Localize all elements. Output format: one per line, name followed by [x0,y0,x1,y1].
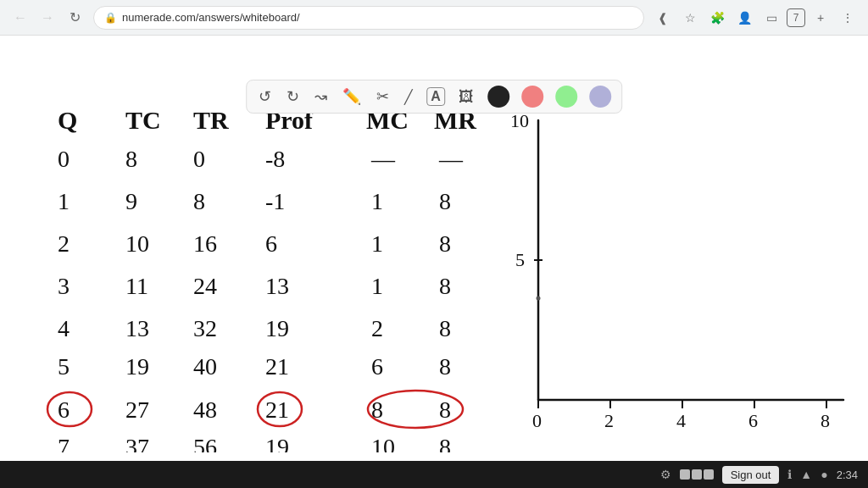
color-green[interactable] [555,86,577,108]
color-pink[interactable] [521,86,543,108]
svg-text:8: 8 [821,410,830,431]
svg-text:7: 7 [58,434,70,452]
svg-text:5: 5 [58,353,70,380]
image-tool[interactable]: 🖼 [457,86,476,108]
svg-text:4: 4 [58,315,70,341]
sign-out-button[interactable]: Sign out [722,466,780,484]
svg-text:8: 8 [193,188,205,214]
svg-text:2: 2 [604,410,614,431]
svg-text:21: 21 [265,396,289,423]
whiteboard: ↺ ↻ ↝ ✏️ ✂ ╱ A 🖼 Q TC TR Prof MC MR 0 8 … [0,36,868,452]
battery-seg-1 [680,469,690,480]
share-button[interactable]: ❰ [651,6,675,30]
signal-icon: ● [821,468,827,481]
svg-text:56: 56 [193,434,217,452]
svg-text:8: 8 [439,434,451,452]
svg-text:16: 16 [193,230,217,257]
undo-button[interactable]: ↺ [257,86,273,108]
svg-text:8: 8 [439,188,451,214]
svg-text:1: 1 [371,188,383,214]
marker-tool[interactable]: ╱ [403,87,415,107]
tab-number-button[interactable]: 7 [787,8,805,27]
tab-strip-button[interactable]: ▭ [760,6,783,30]
select-tool[interactable]: ↝ [313,86,329,108]
svg-text:32: 32 [193,315,217,341]
svg-text:2: 2 [58,230,70,257]
svg-text:2: 2 [371,315,383,341]
svg-text:-8: -8 [265,146,285,172]
svg-text:9: 9 [125,188,137,214]
forward-button[interactable]: → [36,6,59,30]
time-display: 2:34 [837,469,858,481]
url-text: numerade.com/answers/whiteboard/ [122,11,300,24]
svg-text:10: 10 [125,230,149,257]
svg-text:Q: Q [58,106,77,134]
svg-point-72 [537,297,541,301]
svg-text:8: 8 [125,146,137,172]
svg-text:1: 1 [371,273,383,299]
back-button[interactable]: ← [8,6,32,30]
svg-text:8: 8 [371,396,383,423]
svg-text:19: 19 [265,315,289,341]
svg-text:11: 11 [125,273,148,299]
svg-text:—: — [438,146,464,172]
browser-chrome: ← → ↻ 🔒 numerade.com/answers/whiteboard/… [0,0,868,36]
address-bar[interactable]: 🔒 numerade.com/answers/whiteboard/ [93,6,644,30]
battery-seg-2 [692,469,702,480]
svg-text:0: 0 [532,410,542,431]
bookmark-button[interactable]: ☆ [678,6,702,30]
svg-text:0: 0 [58,146,70,172]
svg-text:TR: TR [193,106,229,134]
svg-text:27: 27 [125,396,149,423]
svg-text:48: 48 [193,396,217,423]
svg-text:13: 13 [265,273,289,299]
svg-text:8: 8 [439,315,451,341]
svg-text:-1: -1 [265,188,285,214]
nav-buttons: ← → ↻ [8,6,86,30]
svg-text:6: 6 [748,410,758,431]
svg-text:19: 19 [265,434,289,452]
color-black[interactable] [487,86,509,108]
color-purple[interactable] [589,86,611,108]
reload-button[interactable]: ↻ [63,6,86,30]
new-tab-button[interactable]: + [809,6,832,30]
svg-text:8: 8 [439,273,451,299]
svg-text:21: 21 [265,353,289,380]
svg-text:8: 8 [439,353,451,380]
svg-text:10: 10 [371,434,395,452]
svg-point-42 [47,392,92,426]
redo-button[interactable]: ↻ [285,86,301,108]
svg-text:13: 13 [125,315,149,341]
settings-icon: ⚙ [660,468,671,481]
svg-text:24: 24 [193,273,217,299]
pencil-tool[interactable]: ✏️ [341,86,363,108]
battery-seg-3 [704,469,714,480]
svg-text:40: 40 [193,353,217,380]
wifi-icon: ▲ [800,468,812,481]
svg-text:4: 4 [676,410,686,431]
svg-text:0: 0 [193,146,205,172]
battery-indicator [680,469,714,480]
extension-button[interactable]: 🧩 [705,6,729,30]
svg-text:37: 37 [125,434,149,452]
toolbar: ↺ ↻ ↝ ✏️ ✂ ╱ A 🖼 [246,80,622,114]
svg-text:6: 6 [265,230,277,257]
browser-actions: ❰ ☆ 🧩 👤 ▭ 7 + ⋮ [651,6,860,30]
tools-tool[interactable]: ✂ [375,86,391,108]
svg-text:3: 3 [58,273,70,299]
svg-text:—: — [370,146,396,172]
text-tool[interactable]: A [426,87,445,106]
profile-button[interactable]: 👤 [732,6,756,30]
status-bar: ⚙ Sign out ℹ ▲ ● 2:34 [0,461,868,488]
svg-text:1: 1 [58,188,70,214]
svg-text:TC: TC [125,106,161,134]
svg-text:6: 6 [371,353,383,380]
more-button[interactable]: ⋮ [836,6,860,30]
svg-text:1: 1 [371,230,383,257]
svg-text:6: 6 [58,396,70,423]
svg-text:8: 8 [439,230,451,257]
svg-text:19: 19 [125,353,149,380]
info-icon: ℹ [787,468,792,481]
svg-text:5: 5 [515,249,525,270]
svg-text:8: 8 [439,396,451,423]
